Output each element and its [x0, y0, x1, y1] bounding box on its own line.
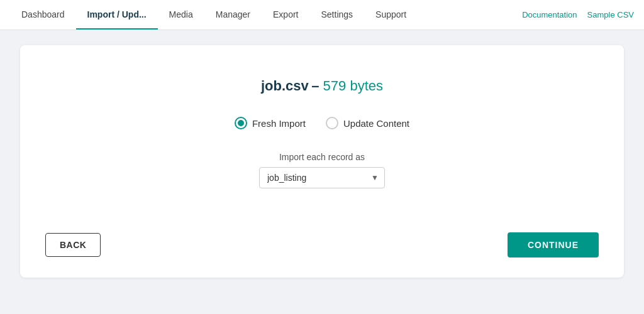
card-footer: BACK CONTINUE	[45, 222, 599, 257]
nav-tabs: Dashboard Import / Upd... Media Manager …	[10, 0, 418, 30]
nav-links: Documentation Sample CSV	[522, 10, 634, 19]
file-name: job.csv	[261, 78, 309, 94]
fresh-import-radio[interactable]	[235, 117, 247, 129]
tab-export[interactable]: Export	[262, 0, 309, 30]
record-type-select[interactable]: job_listing job_post listing	[259, 167, 385, 188]
tab-dashboard[interactable]: Dashboard	[10, 0, 76, 30]
documentation-link[interactable]: Documentation	[522, 10, 577, 19]
main-content: job.csv – 579 bytes Fresh Import Update …	[0, 30, 644, 293]
update-content-radio[interactable]	[326, 117, 338, 129]
record-type-label: Import each record as	[279, 152, 365, 162]
tab-settings[interactable]: Settings	[309, 0, 364, 30]
update-content-option[interactable]: Update Content	[326, 117, 409, 129]
record-select-wrapper: job_listing job_post listing ▼	[259, 167, 385, 188]
tab-manager[interactable]: Manager	[204, 0, 262, 30]
file-separator: –	[311, 78, 323, 94]
navbar: Dashboard Import / Upd... Media Manager …	[0, 0, 644, 30]
import-type-radio-group: Fresh Import Update Content	[45, 117, 599, 129]
tab-support[interactable]: Support	[364, 0, 418, 30]
file-size: 579 bytes	[323, 78, 383, 94]
file-info: job.csv – 579 bytes	[45, 78, 599, 94]
back-button[interactable]: BACK	[45, 233, 101, 257]
import-card: job.csv – 579 bytes Fresh Import Update …	[20, 45, 624, 278]
tab-media[interactable]: Media	[158, 0, 204, 30]
fresh-import-option[interactable]: Fresh Import	[235, 117, 306, 129]
tab-import[interactable]: Import / Upd...	[76, 0, 158, 30]
sample-csv-link[interactable]: Sample CSV	[587, 10, 634, 19]
record-type-section: Import each record as job_listing job_po…	[45, 152, 599, 188]
continue-button[interactable]: CONTINUE	[508, 232, 599, 257]
fresh-import-label: Fresh Import	[252, 118, 306, 129]
update-content-label: Update Content	[343, 118, 409, 129]
